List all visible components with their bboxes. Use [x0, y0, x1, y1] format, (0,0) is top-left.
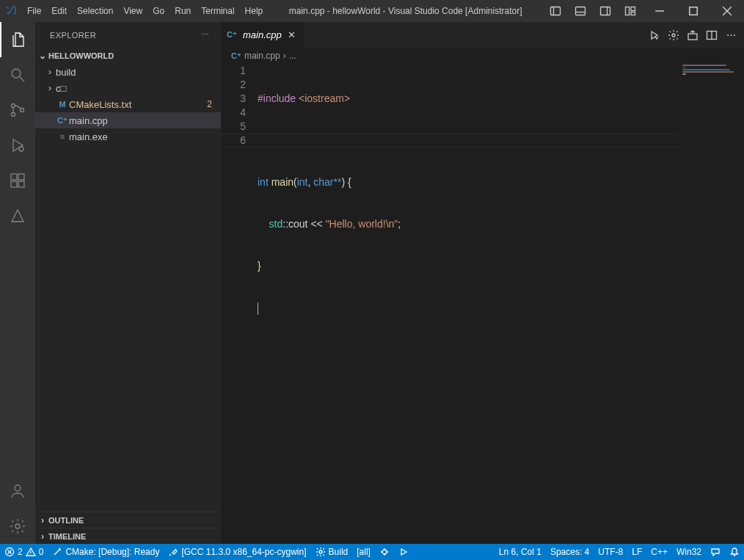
cpp-file-icon: C⁺ [231, 51, 241, 61]
activity-extensions-icon[interactable] [0, 163, 35, 198]
toggle-primary-sidebar-icon[interactable] [543, 0, 568, 22]
project-section-header[interactable]: ⌄ HELLOWWORLD [35, 48, 221, 64]
editor-area: C⁺ main.cpp ✕ ⋯ C⁺ main.cpp › ... 1 2 [221, 22, 744, 544]
tree-file-main-exe[interactable]: ≡ main.exe [35, 128, 221, 145]
menu-go[interactable]: Go [147, 0, 169, 22]
menu-selection[interactable]: Selection [72, 0, 118, 22]
activity-bar [0, 22, 35, 544]
status-cmake-kit[interactable]: [GCC 11.3.0 x86_64-pc-cygwin] [164, 544, 310, 560]
status-cursor-position[interactable]: Ln 6, Col 1 [495, 544, 546, 560]
chevron-down-icon: ⌄ [37, 51, 48, 61]
status-cmake-build[interactable]: Build [311, 544, 353, 560]
svg-rect-8 [631, 12, 635, 15]
file-tree: › build › c□ M CMakeLists.txt 2 C⁺ main.… [35, 64, 221, 512]
svg-rect-19 [11, 174, 17, 180]
activity-explorer-icon[interactable] [0, 22, 35, 57]
tab-main-cpp[interactable]: C⁺ main.cpp ✕ [221, 22, 304, 48]
activity-source-control-icon[interactable] [0, 92, 35, 128]
svg-point-18 [19, 147, 23, 151]
svg-point-13 [12, 69, 21, 78]
modified-badge: 2 [207, 99, 212, 109]
tree-label: CMakeLists.txt [69, 99, 207, 110]
status-build-target[interactable]: [all] [352, 544, 375, 560]
outline-section-header[interactable]: › OUTLINE [35, 512, 221, 528]
svg-rect-2 [576, 7, 586, 15]
status-eol[interactable]: LF [627, 544, 646, 560]
sidebar-more-icon[interactable]: ⋯ [201, 30, 209, 40]
scrollbar[interactable] [735, 64, 744, 544]
editor-open-changes-icon[interactable] [684, 25, 701, 46]
svg-point-24 [15, 524, 20, 528]
tree-file-main-cpp[interactable]: C⁺ main.cpp [35, 112, 221, 128]
svg-rect-21 [18, 181, 24, 187]
menu-edit[interactable]: Edit [46, 0, 72, 22]
tree-label: main.exe [69, 131, 221, 142]
svg-rect-0 [551, 7, 561, 15]
activity-run-debug-icon[interactable] [0, 128, 35, 163]
status-debug-launch[interactable] [375, 544, 394, 560]
svg-point-23 [15, 485, 21, 491]
tree-label: c□ [56, 83, 221, 94]
titlebar: File Edit Selection View Go Run Terminal… [0, 0, 744, 22]
error-count: 2 [18, 547, 23, 557]
toggle-panel-icon[interactable] [568, 0, 593, 22]
svg-rect-22 [18, 174, 24, 180]
code-editor[interactable]: 1 2 3 4 5 6 #include <iostream> int main… [221, 64, 744, 544]
window-minimize[interactable] [643, 0, 676, 22]
breadcrumb-separator: › [283, 51, 286, 61]
statusbar: 2 0 CMake: [Debug]: Ready [GCC 11.3.0 x8… [0, 544, 744, 560]
status-indentation[interactable]: Spaces: 4 [546, 544, 594, 560]
run-debug-dropdown-icon[interactable] [646, 25, 663, 46]
timeline-section-header[interactable]: › TIMELINE [35, 528, 221, 544]
status-cmake-variant[interactable]: CMake: [Debug]: Ready [48, 544, 164, 560]
svg-rect-10 [690, 7, 698, 15]
exe-file-icon: ≡ [56, 132, 69, 141]
breadcrumb[interactable]: C⁺ main.cpp › ... [221, 48, 744, 64]
cpp-file-icon: C⁺ [56, 116, 69, 126]
warning-count: 0 [39, 547, 44, 557]
menu-run[interactable]: Run [169, 0, 196, 22]
window-maximize[interactable] [676, 0, 710, 22]
breadcrumb-ellipsis: ... [289, 51, 296, 61]
window-title: main.cpp - hellowWorld - Visual Studio C… [268, 6, 543, 16]
svg-line-14 [20, 77, 24, 81]
activity-settings-icon[interactable] [0, 509, 35, 544]
svg-point-17 [21, 109, 24, 112]
editor-settings-icon[interactable] [665, 25, 682, 46]
status-language-mode[interactable]: C++ [646, 544, 672, 560]
editor-more-icon[interactable]: ⋯ [722, 25, 740, 46]
tree-folder-build[interactable]: › build [35, 64, 221, 80]
split-editor-icon[interactable] [703, 25, 721, 46]
cmake-status-label: CMake: [Debug]: Ready [65, 547, 159, 557]
status-run-launch[interactable] [394, 544, 413, 560]
menu-terminal[interactable]: Terminal [196, 0, 239, 22]
tree-label: build [56, 67, 221, 78]
chevron-right-icon: › [44, 67, 56, 77]
activity-cmake-icon[interactable] [0, 198, 35, 233]
svg-point-16 [12, 113, 15, 117]
chevron-right-icon: › [37, 531, 48, 542]
text-cursor [258, 302, 258, 315]
minimap[interactable] [682, 64, 734, 108]
build-target-label: [all] [357, 547, 371, 557]
status-cmake-platform[interactable]: Win32 [672, 544, 706, 560]
code-content[interactable]: #include <iostream> int main(int, char**… [258, 64, 744, 544]
status-feedback-icon[interactable] [706, 544, 725, 560]
tree-file-cmakelists[interactable]: M CMakeLists.txt 2 [35, 96, 221, 112]
tab-close-icon[interactable]: ✕ [286, 29, 298, 40]
status-notifications-icon[interactable] [725, 544, 744, 560]
status-encoding[interactable]: UTF-8 [594, 544, 627, 560]
vscode-logo-icon [0, 4, 22, 18]
menu-file[interactable]: File [22, 0, 46, 22]
menu-view[interactable]: View [118, 0, 147, 22]
svg-point-25 [672, 34, 675, 37]
menu-help[interactable]: Help [240, 0, 269, 22]
activity-accounts-icon[interactable] [0, 473, 35, 509]
toggle-secondary-sidebar-icon[interactable] [593, 0, 618, 22]
status-problems[interactable]: 2 0 [0, 544, 48, 560]
activity-search-icon[interactable] [0, 57, 35, 92]
cmake-kit-label: [GCC 11.3.0 x86_64-pc-cygwin] [181, 547, 306, 557]
tree-folder-c[interactable]: › c□ [35, 80, 221, 96]
window-close[interactable] [710, 0, 744, 22]
customize-layout-icon[interactable] [618, 0, 643, 22]
